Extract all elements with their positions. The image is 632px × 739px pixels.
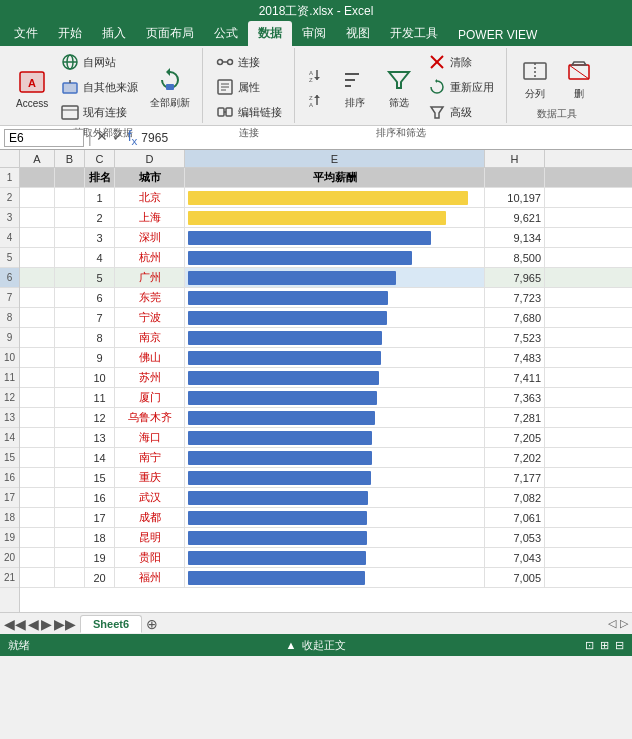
scroll-left[interactable]: ◁ (608, 617, 616, 630)
edit-links-button[interactable]: 编辑链接 (211, 100, 286, 124)
row-header-4[interactable]: 4 (0, 228, 19, 248)
cell-b-12[interactable] (55, 428, 85, 447)
tab-home[interactable]: 开始 (48, 21, 92, 46)
row-header-11[interactable]: 11 (0, 368, 19, 388)
cell-bar-18[interactable] (185, 548, 485, 567)
row-header-12[interactable]: 12 (0, 388, 19, 408)
cell-salary-15[interactable]: 7,082 (485, 488, 545, 507)
cell-city-3[interactable]: 杭州 (115, 248, 185, 267)
row-header-7[interactable]: 7 (0, 288, 19, 308)
cell-b-5[interactable] (55, 288, 85, 307)
scroll-right[interactable]: ▷ (620, 617, 628, 630)
cell-rank-7[interactable]: 8 (85, 328, 115, 347)
cell-city-16[interactable]: 成都 (115, 508, 185, 527)
tab-formula[interactable]: 公式 (204, 21, 248, 46)
row-header-6[interactable]: 6 (0, 268, 19, 288)
cell-rank-5[interactable]: 6 (85, 288, 115, 307)
confirm-formula-icon[interactable]: ✓ (112, 128, 124, 147)
filter-button[interactable]: 筛选 (379, 62, 419, 112)
sheet-nav-last[interactable]: ▶▶ (54, 616, 76, 632)
properties-button[interactable]: 属性 (211, 75, 286, 99)
table-row[interactable]: 18 昆明 7,053 (20, 528, 632, 548)
cell-rank-3[interactable]: 4 (85, 248, 115, 267)
existing-connections-button[interactable]: 现有连接 (56, 100, 142, 124)
cell-salary-6[interactable]: 7,680 (485, 308, 545, 327)
sort-button[interactable]: 排序 (335, 62, 375, 112)
cell-rank-0[interactable]: 1 (85, 188, 115, 207)
tab-review[interactable]: 审阅 (292, 21, 336, 46)
cell-city-7[interactable]: 南京 (115, 328, 185, 347)
table-row[interactable]: 3 深圳 9,134 (20, 228, 632, 248)
cell-city-1[interactable]: 上海 (115, 208, 185, 227)
row-header-10[interactable]: 10 (0, 348, 19, 368)
cell-b-4[interactable] (55, 268, 85, 287)
cell-a-5[interactable] (20, 288, 55, 307)
cell-bar-10[interactable] (185, 388, 485, 407)
cell-a-4[interactable] (20, 268, 55, 287)
cell-bar-15[interactable] (185, 488, 485, 507)
row-header-8[interactable]: 8 (0, 308, 19, 328)
cell-city-8[interactable]: 佛山 (115, 348, 185, 367)
header-salary[interactable]: 平均薪酬 (185, 168, 485, 187)
header-h[interactable] (485, 168, 545, 187)
cell-b-6[interactable] (55, 308, 85, 327)
tab-view[interactable]: 视图 (336, 21, 380, 46)
cell-rank-17[interactable]: 18 (85, 528, 115, 547)
cell-a-6[interactable] (20, 308, 55, 327)
table-row[interactable]: 9 佛山 7,483 (20, 348, 632, 368)
split-column-button[interactable]: 分列 (515, 53, 555, 103)
table-row[interactable]: 4 杭州 8,500 (20, 248, 632, 268)
tab-power-view[interactable]: POWER VIEW (448, 24, 547, 46)
cell-bar-0[interactable] (185, 188, 485, 207)
table-row[interactable]: 19 贵阳 7,043 (20, 548, 632, 568)
header-b[interactable] (55, 168, 85, 187)
tab-page-layout[interactable]: 页面布局 (136, 21, 204, 46)
sheet-nav-prev[interactable]: ◀ (28, 616, 39, 632)
table-row[interactable]: 10 苏州 7,411 (20, 368, 632, 388)
cell-city-19[interactable]: 福州 (115, 568, 185, 587)
cell-a-19[interactable] (20, 568, 55, 587)
cell-b-17[interactable] (55, 528, 85, 547)
cell-a-12[interactable] (20, 428, 55, 447)
row-header-21[interactable]: 21 (0, 568, 19, 588)
other-sources-button[interactable]: 自其他来源 (56, 75, 142, 99)
sheet-nav-first[interactable]: ◀◀ (4, 616, 26, 632)
cell-bar-1[interactable] (185, 208, 485, 227)
col-header-d[interactable]: D (115, 150, 185, 167)
table-row[interactable]: 1 北京 10,197 (20, 188, 632, 208)
table-row[interactable]: 12 乌鲁木齐 7,281 (20, 408, 632, 428)
web-button[interactable]: 自网站 (56, 50, 142, 74)
cell-city-13[interactable]: 南宁 (115, 448, 185, 467)
header-rank[interactable]: 排名 (85, 168, 115, 187)
row-header-15[interactable]: 15 (0, 448, 19, 468)
cell-bar-16[interactable] (185, 508, 485, 527)
connections-button[interactable]: 连接 (211, 50, 286, 74)
col-header-e[interactable]: E (185, 150, 485, 167)
cell-city-9[interactable]: 苏州 (115, 368, 185, 387)
cell-salary-12[interactable]: 7,205 (485, 428, 545, 447)
cell-rank-11[interactable]: 12 (85, 408, 115, 427)
cell-a-0[interactable] (20, 188, 55, 207)
cell-salary-5[interactable]: 7,723 (485, 288, 545, 307)
tab-file[interactable]: 文件 (4, 21, 48, 46)
cell-salary-0[interactable]: 10,197 (485, 188, 545, 207)
view-page-layout-icon[interactable]: ⊟ (615, 639, 624, 652)
cell-salary-19[interactable]: 7,005 (485, 568, 545, 587)
row-header-20[interactable]: 20 (0, 548, 19, 568)
cell-city-11[interactable]: 乌鲁木齐 (115, 408, 185, 427)
cell-a-8[interactable] (20, 348, 55, 367)
row-header-13[interactable]: 13 (0, 408, 19, 428)
cell-rank-19[interactable]: 20 (85, 568, 115, 587)
cell-city-12[interactable]: 海口 (115, 428, 185, 447)
table-row[interactable]: 8 南京 7,523 (20, 328, 632, 348)
cell-rank-15[interactable]: 16 (85, 488, 115, 507)
cell-salary-3[interactable]: 8,500 (485, 248, 545, 267)
sort-za-button[interactable]: ZA (303, 88, 331, 112)
cell-a-2[interactable] (20, 228, 55, 247)
cell-b-3[interactable] (55, 248, 85, 267)
cell-salary-16[interactable]: 7,061 (485, 508, 545, 527)
cell-rank-14[interactable]: 15 (85, 468, 115, 487)
cell-salary-13[interactable]: 7,202 (485, 448, 545, 467)
cell-bar-13[interactable] (185, 448, 485, 467)
cell-city-6[interactable]: 宁波 (115, 308, 185, 327)
